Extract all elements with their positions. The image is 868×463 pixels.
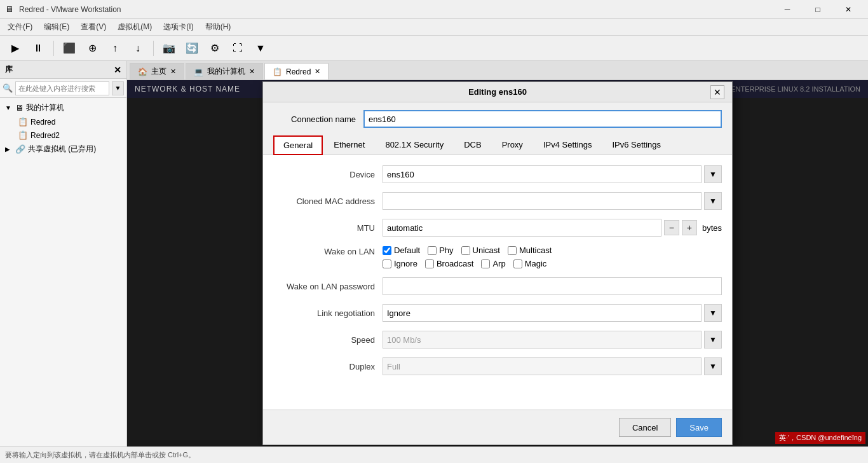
speed-dropdown-btn[interactable]: ▼ bbox=[704, 331, 722, 349]
watermark: 英·'，CSDN @undefineĭng bbox=[775, 432, 865, 444]
dialog-body: Device ▼ Cloned MAC address ▼ bbox=[263, 155, 732, 410]
sidebar-item-shared-vm[interactable]: ▶ 🔗 共享虚拟机 (已弃用) bbox=[0, 142, 126, 156]
device-dropdown-btn[interactable]: ▼ bbox=[704, 165, 722, 183]
toolbar-power-btn[interactable]: ▶ bbox=[5, 38, 25, 59]
wol-unicast-checkbox[interactable]: Unicast bbox=[461, 245, 500, 255]
device-label: Device bbox=[273, 170, 375, 179]
sidebar-item-redred2[interactable]: 📋 Redred2 bbox=[13, 128, 126, 142]
connection-name-row: Connection name bbox=[263, 102, 732, 135]
mtu-input[interactable] bbox=[383, 219, 661, 237]
toolbar-restore-btn[interactable]: 🔄 bbox=[182, 38, 202, 59]
cancel-button[interactable]: Cancel bbox=[619, 418, 671, 437]
sidebar-item-redred[interactable]: 📋 Redred bbox=[13, 115, 126, 128]
connection-name-input[interactable] bbox=[363, 110, 722, 128]
cloned-mac-dropdown-btn[interactable]: ▼ bbox=[704, 192, 722, 210]
link-negotiation-input[interactable] bbox=[383, 304, 702, 322]
mtu-minus-btn[interactable]: − bbox=[664, 220, 679, 235]
wol-multicast-input[interactable] bbox=[508, 246, 517, 255]
duplex-input[interactable] bbox=[383, 357, 702, 375]
connection-name-label: Connection name bbox=[273, 114, 356, 124]
menu-tabs[interactable]: 选项卡(I) bbox=[158, 20, 198, 34]
menu-edit[interactable]: 编辑(E) bbox=[39, 20, 74, 34]
wol-phy-input[interactable] bbox=[428, 246, 437, 255]
link-negotiation-row: Link negotiation ▼ bbox=[273, 304, 722, 322]
sidebar-search-bar: 🔍 ▼ bbox=[0, 79, 126, 98]
toolbar-fullscreen-btn[interactable]: ⛶ bbox=[227, 38, 248, 59]
menu-help[interactable]: 帮助(H) bbox=[200, 20, 236, 34]
menu-file[interactable]: 文件(F) bbox=[3, 20, 37, 34]
toolbar-btn1[interactable]: ⬛ bbox=[59, 38, 79, 59]
sidebar-item-my-computer[interactable]: ▼ 🖥 我的计算机 bbox=[0, 100, 126, 115]
sidebar-header: 库 ✕ bbox=[0, 61, 126, 79]
sidebar-tree: ▼ 🖥 我的计算机 📋 Redred 📋 Redred2 ▶ 🔗 共享虚拟机 (… bbox=[0, 98, 126, 159]
search-input[interactable] bbox=[15, 81, 109, 95]
sidebar-sub-items: 📋 Redred 📋 Redred2 bbox=[0, 115, 126, 142]
dialog-close-btn[interactable]: ✕ bbox=[710, 85, 724, 99]
toolbar-btn2[interactable]: ⊕ bbox=[82, 38, 102, 59]
minimize-button[interactable]: ─ bbox=[773, 0, 802, 19]
tab-home-close[interactable]: ✕ bbox=[170, 67, 176, 76]
wol-password-input[interactable] bbox=[383, 277, 722, 295]
title-bar-text: Redred - VMware Workstation bbox=[19, 5, 773, 14]
wol-ignore-checkbox[interactable]: Ignore bbox=[383, 259, 417, 268]
dialog-tab-dcb[interactable]: DCB bbox=[454, 135, 491, 155]
tabs-bar: 🏠 主页 ✕ 💻 我的计算机 ✕ 📋 Redred ✕ bbox=[127, 61, 868, 80]
cloned-mac-label: Cloned MAC address bbox=[273, 197, 375, 206]
dialog-tab-8021x[interactable]: 802.1X Security bbox=[376, 135, 453, 155]
menu-vm[interactable]: 虚拟机(M) bbox=[112, 20, 157, 34]
wol-arp-checkbox[interactable]: Arp bbox=[481, 259, 505, 268]
toolbar-settings-btn[interactable]: ⚙ bbox=[205, 38, 225, 59]
search-dropdown-btn[interactable]: ▼ bbox=[112, 81, 124, 95]
device-row: Device ▼ bbox=[273, 165, 722, 183]
sidebar-title: 库 bbox=[5, 64, 13, 75]
speed-input[interactable] bbox=[383, 331, 702, 349]
toolbar-pause-btn[interactable]: ⏸ bbox=[28, 38, 48, 59]
dialog-tabs: General Ethernet 802.1X Security DCB Pro… bbox=[263, 135, 732, 155]
expand-icon: ▶ bbox=[5, 146, 13, 153]
tab-my-computer-close[interactable]: ✕ bbox=[249, 67, 255, 76]
link-negotiation-dropdown-btn[interactable]: ▼ bbox=[704, 304, 722, 322]
wol-magic-input[interactable] bbox=[513, 259, 522, 268]
wol-magic-checkbox[interactable]: Magic bbox=[513, 259, 547, 268]
wol-ignore-input[interactable] bbox=[383, 259, 391, 268]
wol-broadcast-input[interactable] bbox=[425, 259, 434, 268]
menu-view[interactable]: 查看(V) bbox=[76, 20, 111, 34]
toolbar-btn4[interactable]: ↓ bbox=[128, 38, 148, 59]
toolbar-more-btn[interactable]: ▼ bbox=[250, 38, 271, 59]
wake-on-lan-control: Default Phy Unicast bbox=[383, 245, 722, 268]
window-controls: ─ □ ✕ bbox=[773, 0, 863, 19]
wol-multicast-checkbox[interactable]: Multicast bbox=[508, 245, 552, 255]
maximize-button[interactable]: □ bbox=[803, 0, 832, 19]
duplex-label: Duplex bbox=[273, 362, 375, 371]
dialog-tab-ipv6[interactable]: IPv6 Settings bbox=[602, 135, 670, 155]
device-input[interactable] bbox=[383, 165, 702, 183]
speed-row: Speed ▼ bbox=[273, 331, 722, 349]
wol-default-checkbox[interactable]: Default bbox=[383, 245, 420, 255]
dialog-tab-ipv4[interactable]: IPv4 Settings bbox=[534, 135, 602, 155]
dialog-tab-proxy[interactable]: Proxy bbox=[492, 135, 532, 155]
dialog-tab-ethernet[interactable]: Ethernet bbox=[324, 135, 374, 155]
tab-my-computer[interactable]: 💻 我的计算机 ✕ bbox=[186, 63, 263, 79]
tab-redred-label: Redred bbox=[286, 67, 311, 76]
toolbar-btn3[interactable]: ↑ bbox=[105, 38, 125, 59]
wol-arp-input[interactable] bbox=[481, 259, 490, 268]
duplex-dropdown-btn[interactable]: ▼ bbox=[704, 357, 722, 375]
sidebar: 库 ✕ 🔍 ▼ ▼ 🖥 我的计算机 📋 Redred 📋 Redred2 bbox=[0, 61, 127, 446]
tab-redred[interactable]: 📋 Redred ✕ bbox=[264, 63, 329, 79]
sidebar-close-btn[interactable]: ✕ bbox=[114, 65, 121, 75]
wol-broadcast-checkbox[interactable]: Broadcast bbox=[425, 259, 474, 268]
wol-unicast-input[interactable] bbox=[461, 246, 470, 255]
device-control: ▼ bbox=[383, 165, 722, 183]
tab-home[interactable]: 🏠 主页 ✕ bbox=[130, 63, 184, 79]
dialog-tab-general[interactable]: General bbox=[273, 135, 323, 155]
status-bar: 要将输入定向到该虚拟机，请在虚拟机内部单击或按 Ctrl+G。 bbox=[0, 446, 868, 463]
mtu-plus-btn[interactable]: + bbox=[682, 220, 697, 235]
wol-phy-checkbox[interactable]: Phy bbox=[428, 245, 453, 255]
close-button[interactable]: ✕ bbox=[834, 0, 863, 19]
wol-default-input[interactable] bbox=[383, 246, 391, 255]
dialog-overlay: Editing ens160 ✕ Connection name General… bbox=[127, 80, 868, 446]
toolbar-snapshot-btn[interactable]: 📷 bbox=[159, 38, 179, 59]
tab-redred-close[interactable]: ✕ bbox=[315, 67, 320, 76]
save-button[interactable]: Save bbox=[676, 418, 722, 437]
cloned-mac-input[interactable] bbox=[383, 192, 702, 210]
